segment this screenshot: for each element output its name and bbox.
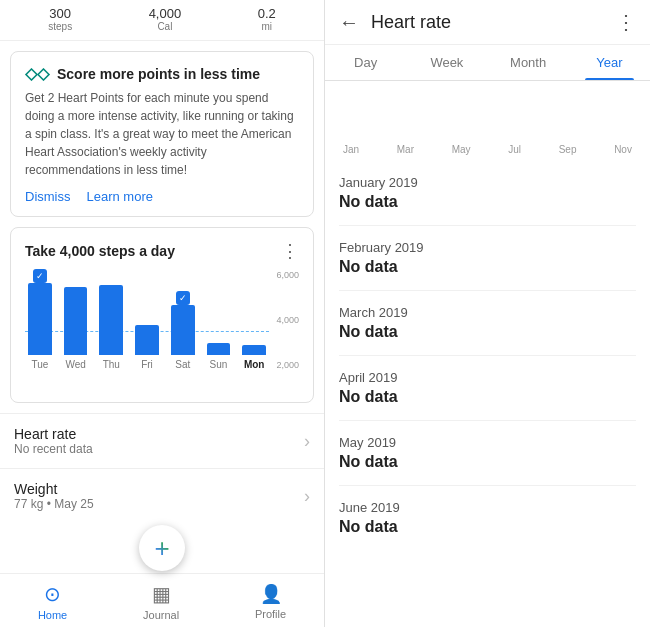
nav-journal[interactable]: ▦ Journal bbox=[143, 582, 179, 621]
chart-axis: Jan Mar May Jul Sep Nov bbox=[339, 144, 636, 155]
month-value: No data bbox=[339, 193, 636, 211]
month-value: No data bbox=[339, 453, 636, 471]
bar-check bbox=[33, 269, 47, 283]
bar-check bbox=[176, 291, 190, 305]
profile-icon: 👤 bbox=[260, 583, 282, 605]
tab-year[interactable]: Year bbox=[569, 45, 650, 80]
promo-text: Get 2 Heart Points for each minute you s… bbox=[25, 89, 299, 179]
tab-month[interactable]: Month bbox=[488, 45, 569, 80]
profile-label: Profile bbox=[255, 608, 286, 620]
miles-value: 0.2 bbox=[258, 6, 276, 21]
month-name: May 2019 bbox=[339, 435, 636, 450]
back-button[interactable]: ← bbox=[339, 11, 359, 34]
axis-jan: Jan bbox=[343, 144, 359, 155]
right-panel: ← Heart rate ⋮ Day Week Month Year Jan M… bbox=[325, 0, 650, 627]
month-entry: April 2019No data bbox=[339, 356, 636, 421]
home-label: Home bbox=[38, 609, 67, 621]
heartrate-sub: No recent data bbox=[14, 442, 93, 456]
bar-label: Mon bbox=[244, 359, 265, 370]
left-panel: 300 steps 4,000 Cal 0.2 mi ◇◇ Score more… bbox=[0, 0, 325, 627]
stat-cal: 4,000 Cal bbox=[149, 6, 182, 32]
bar-label: Sun bbox=[210, 359, 228, 370]
bar-group-fri: Fri bbox=[132, 325, 162, 370]
steps-chart: TueWedThuFriSatSunMon 6,000 4,000 2,000 bbox=[25, 270, 299, 390]
learn-more-button[interactable]: Learn more bbox=[87, 189, 153, 204]
bar-label: Wed bbox=[65, 359, 85, 370]
tab-day-label: Day bbox=[354, 55, 377, 70]
month-name: June 2019 bbox=[339, 500, 636, 515]
bar-group-tue: Tue bbox=[25, 283, 55, 370]
nav-profile[interactable]: 👤 Profile bbox=[255, 583, 286, 620]
bar-group-thu: Thu bbox=[96, 285, 126, 370]
heartrate-name: Heart rate bbox=[14, 426, 93, 442]
bar-group-sat: Sat bbox=[168, 305, 198, 370]
bar-label: Sat bbox=[175, 359, 190, 370]
month-entry: June 2019No data bbox=[339, 486, 636, 550]
bar-group-wed: Wed bbox=[61, 287, 91, 370]
bar bbox=[207, 343, 231, 355]
add-icon: + bbox=[154, 533, 169, 564]
steps-title: Take 4,000 steps a day bbox=[25, 243, 175, 259]
bar bbox=[28, 283, 52, 355]
dismiss-button[interactable]: Dismiss bbox=[25, 189, 71, 204]
fab-container: + bbox=[0, 523, 324, 573]
month-list: January 2019No dataFebruary 2019No dataM… bbox=[325, 161, 650, 627]
promo-icon: ◇◇ bbox=[25, 64, 49, 83]
bar bbox=[171, 305, 195, 355]
y-label-6000: 6,000 bbox=[276, 270, 299, 280]
metric-weight[interactable]: Weight 77 kg • May 25 › bbox=[0, 468, 324, 523]
heartrate-info: Heart rate No recent data bbox=[14, 426, 93, 456]
metrics-list: Heart rate No recent data › Weight 77 kg… bbox=[0, 413, 324, 523]
steps-more-button[interactable]: ⋮ bbox=[281, 240, 299, 262]
y-axis-labels: 6,000 4,000 2,000 bbox=[276, 270, 299, 370]
month-entry: May 2019No data bbox=[339, 421, 636, 486]
tab-week[interactable]: Week bbox=[406, 45, 487, 80]
month-entry: February 2019No data bbox=[339, 226, 636, 291]
steps-card: Take 4,000 steps a day ⋮ TueWedThuFriSat… bbox=[10, 227, 314, 403]
heartrate-chevron: › bbox=[304, 431, 310, 452]
axis-nov: Nov bbox=[614, 144, 632, 155]
bar bbox=[99, 285, 123, 355]
month-entry: March 2019No data bbox=[339, 291, 636, 356]
y-label-2000: 2,000 bbox=[276, 360, 299, 370]
nav-home[interactable]: ⊙ Home bbox=[38, 582, 67, 621]
tabs-bar: Day Week Month Year bbox=[325, 45, 650, 81]
y-label-4000: 4,000 bbox=[276, 315, 299, 325]
stat-miles: 0.2 mi bbox=[258, 6, 276, 32]
home-icon: ⊙ bbox=[44, 582, 61, 606]
bar-label: Tue bbox=[31, 359, 48, 370]
stats-bar: 300 steps 4,000 Cal 0.2 mi bbox=[0, 0, 324, 41]
axis-jul: Jul bbox=[508, 144, 521, 155]
right-header: ← Heart rate ⋮ bbox=[325, 0, 650, 45]
bar bbox=[135, 325, 159, 355]
more-options-button[interactable]: ⋮ bbox=[616, 10, 636, 34]
weight-sub: 77 kg • May 25 bbox=[14, 497, 94, 511]
bars-area: TueWedThuFriSatSunMon bbox=[25, 270, 299, 390]
metric-heartrate[interactable]: Heart rate No recent data › bbox=[0, 413, 324, 468]
cal-label: Cal bbox=[157, 21, 172, 32]
month-value: No data bbox=[339, 323, 636, 341]
bar-label: Thu bbox=[103, 359, 120, 370]
bar-group-sun: Sun bbox=[204, 343, 234, 370]
tab-month-label: Month bbox=[510, 55, 546, 70]
promo-title: ◇◇ Score more points in less time bbox=[25, 64, 299, 83]
axis-mar: Mar bbox=[397, 144, 414, 155]
tab-year-label: Year bbox=[596, 55, 622, 70]
month-value: No data bbox=[339, 388, 636, 406]
month-value: No data bbox=[339, 258, 636, 276]
bottom-nav: ⊙ Home ▦ Journal 👤 Profile bbox=[0, 573, 324, 627]
month-name: January 2019 bbox=[339, 175, 636, 190]
axis-sep: Sep bbox=[559, 144, 577, 155]
month-value: No data bbox=[339, 518, 636, 536]
month-name: February 2019 bbox=[339, 240, 636, 255]
tab-week-label: Week bbox=[430, 55, 463, 70]
tab-day[interactable]: Day bbox=[325, 45, 406, 80]
promo-card: ◇◇ Score more points in less time Get 2 … bbox=[10, 51, 314, 217]
year-chart-area: Jan Mar May Jul Sep Nov bbox=[325, 81, 650, 161]
weight-chevron: › bbox=[304, 486, 310, 507]
add-button[interactable]: + bbox=[139, 525, 185, 571]
weight-name: Weight bbox=[14, 481, 94, 497]
stat-steps: 300 steps bbox=[48, 6, 72, 32]
page-title: Heart rate bbox=[371, 12, 451, 33]
journal-icon: ▦ bbox=[152, 582, 171, 606]
